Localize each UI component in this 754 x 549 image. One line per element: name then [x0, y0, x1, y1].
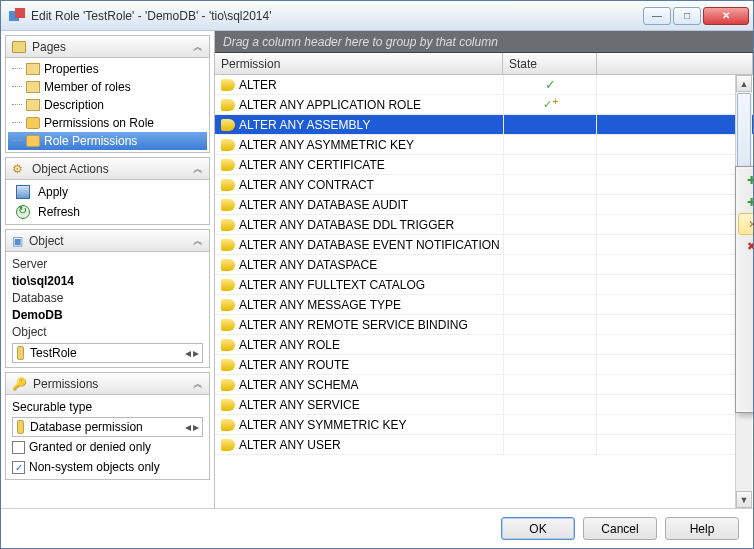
- next-object-button[interactable]: ▸: [193, 345, 199, 362]
- grid-body[interactable]: ALTER✓ALTER ANY APPLICATION ROLE✓ALTER A…: [215, 75, 753, 508]
- state-cell[interactable]: [503, 395, 597, 414]
- check-icon: ✓: [545, 77, 556, 92]
- menu-revoke[interactable]: ⨯Revoke: [738, 213, 754, 235]
- table-row[interactable]: ALTER ANY APPLICATION ROLE✓: [215, 95, 753, 115]
- state-cell[interactable]: ✓: [503, 75, 597, 94]
- permission-cell: ALTER ANY CERTIFICATE: [239, 158, 503, 172]
- key-icon: [221, 99, 235, 111]
- state-cell[interactable]: [503, 415, 597, 434]
- table-row[interactable]: ALTER✓: [215, 75, 753, 95]
- table-row[interactable]: ALTER ANY SCHEMA: [215, 375, 753, 395]
- menu-deny-all[interactable]: Deny All: [738, 330, 754, 352]
- state-cell[interactable]: [503, 175, 597, 194]
- state-cell[interactable]: [503, 195, 597, 214]
- key-icon: [26, 117, 40, 129]
- menu-grant-with-option[interactable]: ✚Grant with Grant Option: [738, 191, 754, 213]
- menu-deny[interactable]: ✖Deny: [738, 235, 754, 257]
- scroll-down-button[interactable]: ▼: [736, 491, 752, 508]
- securable-type-input[interactable]: [28, 418, 182, 436]
- close-button[interactable]: ✕: [703, 7, 749, 25]
- object-input[interactable]: [28, 344, 182, 362]
- menu-grant-all[interactable]: Grant All: [738, 264, 754, 286]
- menu-grant[interactable]: ✚Grant: [738, 169, 754, 191]
- table-row[interactable]: ALTER ANY ROLE: [215, 335, 753, 355]
- page-properties[interactable]: Properties: [8, 60, 207, 78]
- table-row[interactable]: ALTER ANY ASYMMETRIC KEY: [215, 135, 753, 155]
- server-label: Server: [12, 256, 203, 273]
- group-by-bar[interactable]: Drag a column header here to group by th…: [215, 31, 753, 53]
- page-member-of-roles[interactable]: Member of roles: [8, 78, 207, 96]
- state-cell[interactable]: [503, 155, 597, 174]
- refresh-icon: [16, 205, 30, 219]
- col-permission[interactable]: Permission: [215, 53, 503, 74]
- menu-revoke-all[interactable]: Revoke All: [738, 308, 754, 330]
- database-icon: [17, 420, 24, 434]
- table-row[interactable]: ALTER ANY SYMMETRIC KEY: [215, 415, 753, 435]
- state-cell[interactable]: [503, 135, 597, 154]
- state-cell[interactable]: [503, 215, 597, 234]
- prev-object-button[interactable]: ◂: [185, 345, 191, 362]
- page-permissions-on-role[interactable]: Permissions on Role: [8, 114, 207, 132]
- next-securable-button[interactable]: ▸: [193, 420, 199, 434]
- key-icon: [221, 279, 235, 291]
- page-description[interactable]: Description: [8, 96, 207, 114]
- table-row[interactable]: ALTER ANY MESSAGE TYPE: [215, 295, 753, 315]
- securable-type-select[interactable]: ◂▸: [12, 417, 203, 437]
- key-icon: [221, 319, 235, 331]
- app-icon: [9, 8, 25, 24]
- granted-only-row[interactable]: Granted or denied only: [8, 437, 207, 457]
- table-row[interactable]: ALTER ANY ASSEMBLY: [215, 115, 753, 135]
- table-row[interactable]: ALTER ANY FULLTEXT CATALOG: [215, 275, 753, 295]
- key-icon: [221, 399, 235, 411]
- page-icon: [26, 63, 40, 75]
- minimize-button[interactable]: —: [643, 7, 671, 25]
- granted-only-checkbox[interactable]: [12, 441, 25, 454]
- table-row[interactable]: ALTER ANY DATABASE EVENT NOTIFICATION: [215, 235, 753, 255]
- state-cell[interactable]: [503, 355, 597, 374]
- nonsystem-only-checkbox[interactable]: [12, 461, 25, 474]
- maximize-button[interactable]: □: [673, 7, 701, 25]
- cancel-button[interactable]: Cancel: [583, 517, 657, 540]
- key-icon: [221, 119, 235, 131]
- state-cell[interactable]: [503, 255, 597, 274]
- ok-button[interactable]: OK: [501, 517, 575, 540]
- table-row[interactable]: ALTER ANY ROUTE: [215, 355, 753, 375]
- state-cell[interactable]: [503, 315, 597, 334]
- table-row[interactable]: ALTER ANY DATABASE DDL TRIGGER: [215, 215, 753, 235]
- table-row[interactable]: ALTER ANY CERTIFICATE: [215, 155, 753, 175]
- table-row[interactable]: ALTER ANY DATABASE AUDIT: [215, 195, 753, 215]
- menu-effective-permissions[interactable]: Effective Permissions...: [738, 388, 754, 410]
- key-icon: [221, 139, 235, 151]
- pages-header[interactable]: Pages ︽: [6, 36, 209, 58]
- object-header[interactable]: ▣ Object ︽: [6, 230, 209, 252]
- table-row[interactable]: ALTER ANY CONTRACT: [215, 175, 753, 195]
- scroll-up-button[interactable]: ▲: [736, 75, 752, 92]
- table-row[interactable]: ALTER ANY SERVICE: [215, 395, 753, 415]
- help-button[interactable]: Help: [665, 517, 739, 540]
- state-cell[interactable]: [503, 115, 597, 134]
- key-icon: [26, 135, 40, 147]
- state-cell[interactable]: [503, 435, 597, 454]
- permission-cell: ALTER ANY FULLTEXT CATALOG: [239, 278, 503, 292]
- nonsystem-only-row[interactable]: Non-system objects only: [8, 457, 207, 477]
- object-actions-header[interactable]: ⚙ Object Actions ︽: [6, 158, 209, 180]
- object-selector[interactable]: ◂▸: [12, 343, 203, 363]
- menu-grant-all-option[interactable]: Grant All with Grant Option: [738, 286, 754, 308]
- permissions-header[interactable]: 🔑 Permissions ︽: [6, 373, 209, 395]
- state-cell[interactable]: [503, 275, 597, 294]
- permission-cell: ALTER ANY DATABASE DDL TRIGGER: [239, 218, 503, 232]
- table-row[interactable]: ALTER ANY REMOTE SERVICE BINDING: [215, 315, 753, 335]
- state-cell[interactable]: [503, 295, 597, 314]
- state-cell[interactable]: [503, 375, 597, 394]
- deny-icon: ✖: [743, 238, 754, 254]
- prev-securable-button[interactable]: ◂: [185, 420, 191, 434]
- col-state[interactable]: State: [503, 53, 597, 74]
- state-cell[interactable]: [503, 235, 597, 254]
- refresh-action[interactable]: Refresh: [8, 202, 207, 222]
- table-row[interactable]: ALTER ANY USER: [215, 435, 753, 455]
- page-role-permissions[interactable]: Role Permissions: [8, 132, 207, 150]
- apply-action[interactable]: Apply: [8, 182, 207, 202]
- state-cell[interactable]: ✓: [503, 95, 597, 114]
- table-row[interactable]: ALTER ANY DATASPACE: [215, 255, 753, 275]
- state-cell[interactable]: [503, 335, 597, 354]
